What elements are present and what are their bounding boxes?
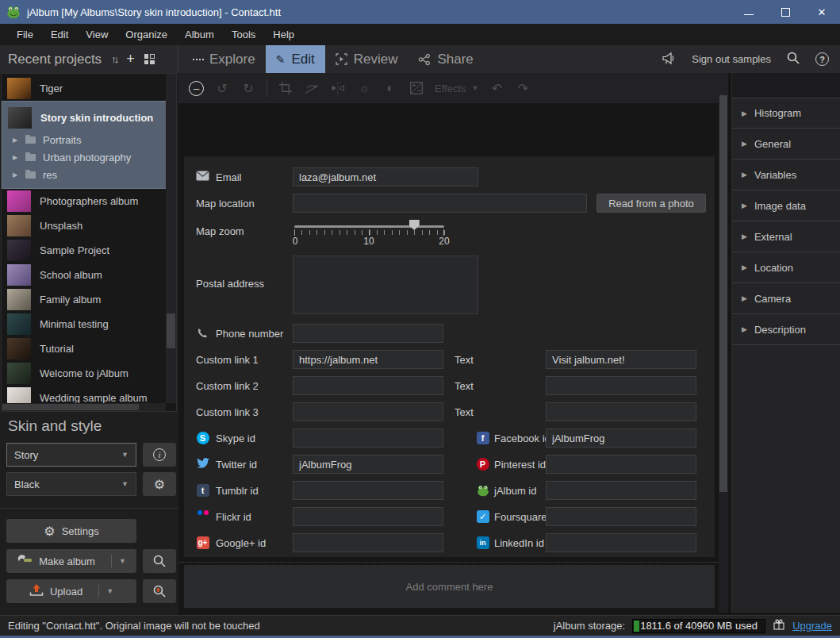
custom-link-2-url-field[interactable] <box>293 376 443 395</box>
custom-link-2-text-field[interactable] <box>546 376 696 395</box>
menu-album[interactable]: Album <box>176 29 223 40</box>
section-camera[interactable]: ▶Camera <box>732 283 840 314</box>
expand-triangle-icon[interactable]: ▶ <box>13 136 21 144</box>
settings-button[interactable]: ⚙ Settings <box>6 519 136 543</box>
menu-organize[interactable]: Organize <box>117 29 176 40</box>
minimize-button[interactable] <box>731 0 767 24</box>
facebook-id-field[interactable] <box>546 429 696 448</box>
expand-triangle-icon: ▶ <box>742 233 747 240</box>
project-list-horizontal-scrollbar[interactable] <box>2 403 166 411</box>
linkedin-id-field[interactable] <box>546 533 696 552</box>
tumblr-id-field[interactable] <box>293 481 443 500</box>
redo-icon[interactable]: ↷ <box>515 81 531 96</box>
section-histogram[interactable]: ▶Histogram <box>732 98 840 129</box>
straighten-icon[interactable] <box>304 83 320 94</box>
sort-icon[interactable]: ↑↓ <box>111 53 117 65</box>
section-external[interactable]: ▶External <box>732 221 840 252</box>
expand-triangle-icon[interactable]: ▶ <box>13 154 21 161</box>
project-item-selected[interactable]: Story skin introduction ▶ Portraits ▶ Ur… <box>2 101 176 189</box>
menu-view[interactable]: View <box>77 29 117 40</box>
preview-button[interactable] <box>143 549 176 573</box>
phone-field[interactable] <box>293 324 443 343</box>
custom-link-1-url-field[interactable] <box>293 350 443 369</box>
skype-id-field[interactable] <box>293 429 443 448</box>
make-album-dropdown-caret[interactable]: ▼ <box>111 555 126 567</box>
section-image-data[interactable]: ▶Image data <box>732 190 840 221</box>
project-item-welcome-to-jalbum[interactable]: Welcome to jAlbum <box>2 361 176 386</box>
maximize-button[interactable] <box>767 0 804 24</box>
project-folder-res[interactable]: ▶ res <box>2 166 175 183</box>
project-item-tiger[interactable]: Tiger <box>2 76 176 101</box>
help-icon[interactable]: ? <box>815 52 829 66</box>
project-item-minimal-testing[interactable]: Minimal testing <box>2 312 176 336</box>
project-item-unsplash[interactable]: Unsplash <box>2 213 176 238</box>
pinterest-id-field[interactable] <box>546 455 696 474</box>
foursquare-id-field[interactable] <box>546 507 696 526</box>
search-icon[interactable] <box>786 51 800 67</box>
comment-field[interactable]: Add comment here <box>184 565 715 608</box>
read-from-photo-button[interactable]: Read from a photo <box>596 194 706 213</box>
announcements-megaphone-icon[interactable] <box>662 52 677 67</box>
menu-edit[interactable]: Edit <box>42 29 77 40</box>
zoom-out-icon[interactable]: – <box>189 81 204 96</box>
project-item-family-album[interactable]: Family album <box>2 287 176 312</box>
map-zoom-thumb[interactable] <box>409 220 420 230</box>
skin-info-button[interactable]: i <box>143 443 176 467</box>
tab-share[interactable]: Share <box>408 45 483 73</box>
upload-button[interactable]: Upload ▼ <box>6 579 136 603</box>
project-folder-urban-photography[interactable]: ▶ Urban photography <box>2 148 175 166</box>
close-button[interactable]: ✕ <box>804 0 840 24</box>
scrollbar-thumb[interactable] <box>2 404 139 410</box>
menu-file[interactable]: File <box>8 29 42 40</box>
flip-icon[interactable] <box>330 83 346 94</box>
undo-icon[interactable]: ↶ <box>489 81 504 96</box>
tab-explore[interactable]: Explore <box>182 45 266 73</box>
effects-dropdown[interactable]: Effects ▼ <box>435 83 478 94</box>
scrollbar-thumb[interactable] <box>719 95 727 492</box>
skin-select[interactable]: Story ▼ <box>6 443 136 467</box>
preview-uploaded-button[interactable] <box>143 579 176 603</box>
levels-icon[interactable] <box>408 82 424 94</box>
contrast-icon[interactable]: ◐ <box>382 81 398 95</box>
project-item-school-album[interactable]: School album <box>2 263 176 287</box>
add-project-icon[interactable]: + <box>126 51 135 67</box>
project-view-grid-icon[interactable] <box>144 54 155 64</box>
project-item-tutorial[interactable]: Tutorial <box>2 336 176 361</box>
map-location-field[interactable] <box>293 194 587 213</box>
brightness-icon[interactable]: ☼ <box>356 81 372 95</box>
expand-triangle-icon[interactable]: ▶ <box>13 171 21 179</box>
crop-icon[interactable] <box>278 82 293 94</box>
project-folder-portraits[interactable]: ▶ Portraits <box>2 131 175 148</box>
section-location[interactable]: ▶Location <box>732 252 840 283</box>
project-item-sample-project[interactable]: Sample Project <box>2 238 176 263</box>
menu-help[interactable]: Help <box>264 29 303 40</box>
email-field[interactable] <box>293 167 478 186</box>
custom-link-1-text-field[interactable] <box>546 350 696 369</box>
rotate-right-icon[interactable]: ↻ <box>240 81 256 96</box>
twitter-id-field[interactable] <box>293 455 443 474</box>
map-zoom-slider-track[interactable] <box>294 225 444 228</box>
custom-link-3-text-field[interactable] <box>546 402 696 421</box>
main-vertical-scrollbar[interactable] <box>719 95 728 613</box>
section-variables[interactable]: ▶Variables <box>732 160 840 190</box>
make-album-button[interactable]: Make album ▼ <box>6 549 136 573</box>
project-item-photographers-album[interactable]: Photographers album <box>2 189 176 213</box>
style-settings-button[interactable]: ⚙ <box>143 472 176 496</box>
upgrade-link[interactable]: Upgrade <box>792 620 832 632</box>
rotate-left-icon[interactable]: ↺ <box>214 81 230 96</box>
scrollbar-thumb[interactable] <box>167 313 175 348</box>
project-list-vertical-scrollbar[interactable] <box>166 74 176 403</box>
postal-address-field[interactable] <box>293 256 478 314</box>
googleplus-id-field[interactable] <box>293 533 443 552</box>
flickr-id-field[interactable] <box>293 507 443 526</box>
upload-dropdown-caret[interactable]: ▼ <box>98 585 113 598</box>
menu-tools[interactable]: Tools <box>223 29 264 40</box>
tab-review[interactable]: Review <box>325 45 408 73</box>
style-select[interactable]: Black ▼ <box>6 472 136 496</box>
section-description[interactable]: ▶Description <box>732 314 840 345</box>
jalbum-id-field[interactable] <box>546 481 696 500</box>
sign-out-link[interactable]: Sign out samples <box>692 53 771 65</box>
tab-edit[interactable]: ✎ Edit <box>266 45 325 73</box>
section-general[interactable]: ▶General <box>732 129 840 160</box>
custom-link-3-url-field[interactable] <box>293 402 443 421</box>
